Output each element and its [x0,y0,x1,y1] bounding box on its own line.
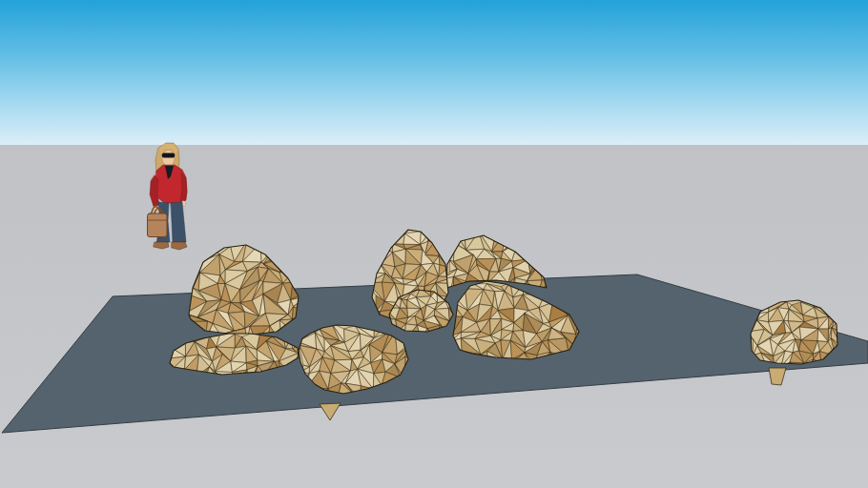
person-face [162,151,175,166]
model-viewport [0,0,868,488]
person-handbag [148,214,168,237]
scene-svg [0,0,868,488]
sky [0,0,868,146]
person-sunglasses [162,153,175,158]
